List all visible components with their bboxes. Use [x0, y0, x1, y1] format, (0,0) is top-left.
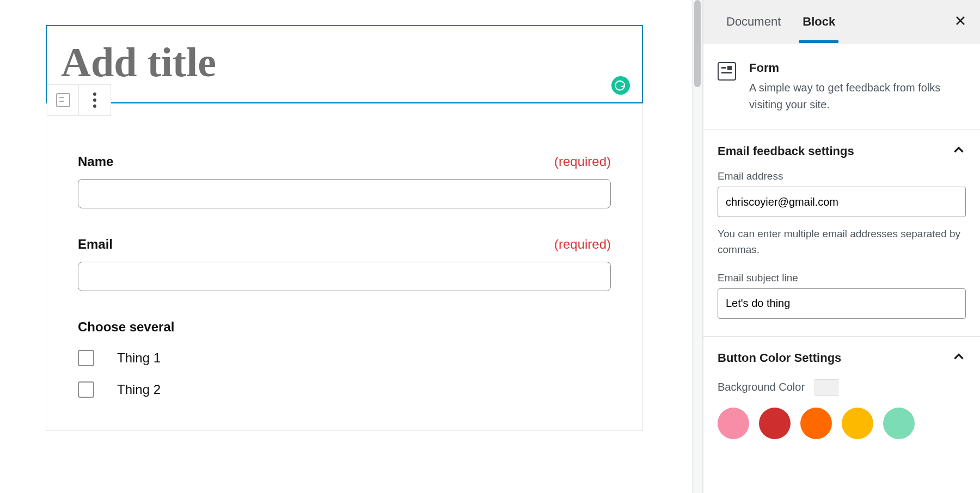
block-type-button[interactable] — [47, 85, 79, 115]
form-field-checkbox-group: Choose several Thing 1 Thing 2 — [78, 319, 611, 398]
email-input[interactable] — [78, 262, 611, 291]
checkbox-option-2: Thing 2 — [78, 381, 611, 398]
email-feedback-panel: Email feedback settings Email address Yo… — [703, 130, 980, 337]
form-block[interactable]: Name (required) Email (required) Choose … — [46, 103, 643, 431]
title-placeholder: Add title — [61, 41, 627, 83]
color-swatch-pink[interactable] — [718, 408, 749, 439]
editor-canvas: Add title Name (required) — [0, 0, 692, 493]
form-icon — [56, 93, 70, 107]
required-tag: (required) — [554, 154, 611, 169]
color-swatch-green[interactable] — [883, 408, 915, 439]
email-address-label: Email address — [718, 170, 966, 182]
current-color-swatch — [814, 379, 838, 396]
field-label: Name — [78, 154, 113, 169]
panel-title: Button Color Settings — [718, 351, 841, 365]
checkbox[interactable] — [78, 381, 94, 398]
field-label: Choose several — [78, 319, 611, 335]
panel-title: Email feedback settings — [718, 144, 854, 158]
form-field-name: Name (required) — [78, 154, 611, 208]
checkbox-label: Thing 2 — [117, 382, 161, 397]
sidebar-tabs: Document Block — [703, 0, 980, 44]
chevron-up-icon — [952, 350, 966, 366]
email-address-input[interactable] — [718, 187, 966, 217]
color-swatch-yellow[interactable] — [842, 408, 873, 439]
email-subject-input[interactable] — [718, 288, 966, 319]
grammarly-icon[interactable] — [611, 76, 630, 95]
background-color-label: Background Color — [718, 381, 805, 393]
close-sidebar-button[interactable] — [948, 9, 972, 35]
scrollbar-thumb[interactable] — [694, 0, 701, 87]
panel-toggle-email[interactable]: Email feedback settings — [718, 143, 966, 159]
more-vertical-icon — [93, 93, 96, 108]
block-title: Form — [749, 61, 966, 75]
settings-sidebar: Document Block Form A simple way to get … — [703, 0, 980, 493]
tab-document[interactable]: Document — [715, 1, 792, 43]
form-icon — [718, 62, 736, 81]
email-address-help: You can enter multiple email addresses s… — [718, 226, 966, 258]
color-swatch-red[interactable] — [759, 408, 791, 439]
panel-toggle-color[interactable]: Button Color Settings — [718, 350, 966, 366]
chevron-up-icon — [952, 143, 966, 159]
more-options-button[interactable] — [79, 85, 111, 115]
button-color-panel: Button Color Settings Background Color — [703, 337, 980, 457]
name-input[interactable] — [78, 179, 611, 208]
color-swatch-row — [718, 408, 966, 439]
scrollbar[interactable] — [692, 0, 703, 493]
close-icon — [954, 14, 967, 27]
required-tag: (required) — [554, 237, 611, 252]
checkbox-option-1: Thing 1 — [78, 350, 611, 366]
title-block[interactable]: Add title — [46, 25, 643, 103]
block-info: Form A simple way to get feedback from f… — [703, 44, 980, 130]
block-description: A simple way to get feedback from folks … — [749, 79, 966, 113]
email-subject-label: Email subject line — [718, 272, 966, 284]
checkbox-label: Thing 1 — [117, 350, 161, 366]
checkbox[interactable] — [78, 350, 94, 366]
field-label: Email — [78, 237, 113, 252]
color-swatch-orange[interactable] — [800, 408, 832, 439]
block-toolbar — [47, 84, 111, 116]
tab-block[interactable]: Block — [792, 1, 846, 43]
form-field-email: Email (required) — [78, 237, 611, 291]
